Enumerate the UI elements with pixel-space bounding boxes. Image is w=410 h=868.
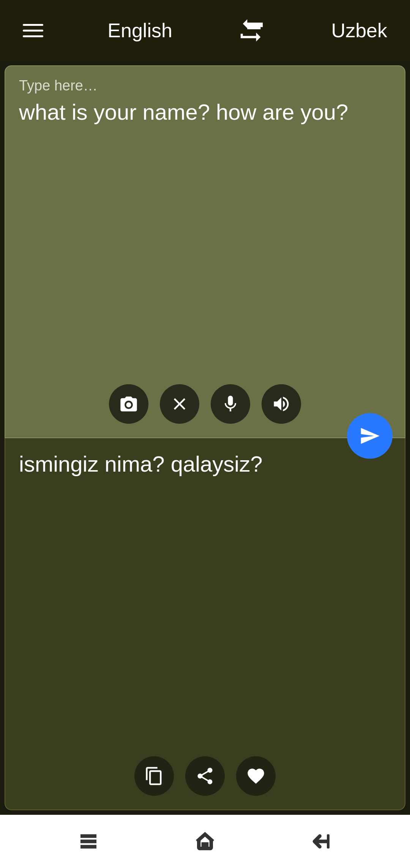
swap-icon bbox=[238, 17, 265, 44]
send-translate-button[interactable] bbox=[347, 413, 393, 459]
source-text[interactable]: what is your name? how are you? bbox=[19, 98, 391, 126]
source-language-label[interactable]: English bbox=[107, 19, 172, 42]
clear-icon bbox=[170, 394, 189, 414]
camera-icon bbox=[119, 394, 139, 414]
nav-back-button[interactable] bbox=[306, 826, 337, 857]
bottom-navigation bbox=[0, 815, 410, 868]
mic-button[interactable] bbox=[211, 384, 250, 424]
main-content: Type here… what is your name? how are yo… bbox=[0, 61, 410, 815]
panels-wrapper: Type here… what is your name? how are yo… bbox=[5, 65, 405, 810]
target-panel: ismingiz nima? qalaysiz? bbox=[5, 438, 405, 810]
send-icon bbox=[359, 425, 380, 447]
source-placeholder: Type here… bbox=[19, 78, 391, 94]
target-actions bbox=[134, 756, 276, 796]
swap-languages-button[interactable] bbox=[237, 15, 267, 46]
speaker-icon bbox=[271, 394, 291, 414]
favorite-icon bbox=[246, 766, 266, 786]
favorite-button[interactable] bbox=[236, 756, 276, 796]
target-language-label[interactable]: Uzbek bbox=[331, 19, 387, 42]
clear-button[interactable] bbox=[160, 384, 199, 424]
camera-button[interactable] bbox=[109, 384, 148, 424]
share-icon bbox=[195, 766, 215, 786]
source-panel: Type here… what is your name? how are yo… bbox=[5, 65, 405, 438]
nav-menu-button[interactable] bbox=[73, 826, 104, 857]
nav-home-button[interactable] bbox=[190, 826, 220, 857]
mic-icon bbox=[221, 394, 240, 414]
nav-back-icon bbox=[311, 831, 332, 852]
source-actions bbox=[109, 384, 301, 424]
nav-menu-icon bbox=[78, 831, 99, 852]
speaker-button[interactable] bbox=[262, 384, 301, 424]
target-text: ismingiz nima? qalaysiz? bbox=[19, 450, 391, 478]
copy-icon bbox=[144, 766, 164, 786]
svg-rect-3 bbox=[327, 834, 330, 848]
top-bar: English Uzbek bbox=[0, 0, 410, 61]
share-button[interactable] bbox=[185, 756, 225, 796]
menu-button[interactable] bbox=[23, 24, 43, 37]
copy-button[interactable] bbox=[134, 756, 174, 796]
nav-home-icon bbox=[194, 831, 216, 852]
